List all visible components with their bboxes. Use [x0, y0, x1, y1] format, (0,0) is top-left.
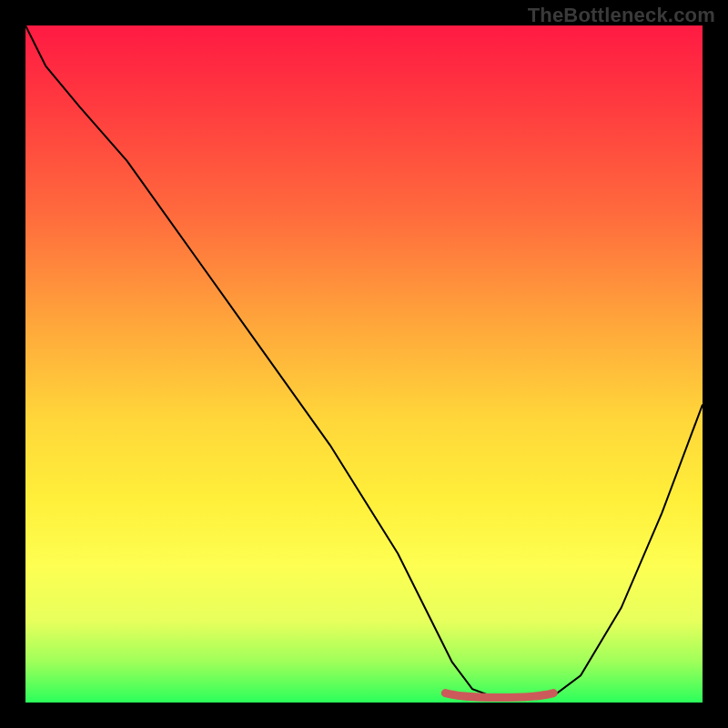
- watermark-label: TheBottleneck.com: [528, 4, 715, 27]
- plot-area: [25, 25, 703, 703]
- chart-container: TheBottleneck.com: [0, 0, 728, 728]
- chart-svg: [25, 25, 703, 703]
- bottleneck-curve: [25, 25, 703, 699]
- optimal-zone-marker: [445, 693, 553, 698]
